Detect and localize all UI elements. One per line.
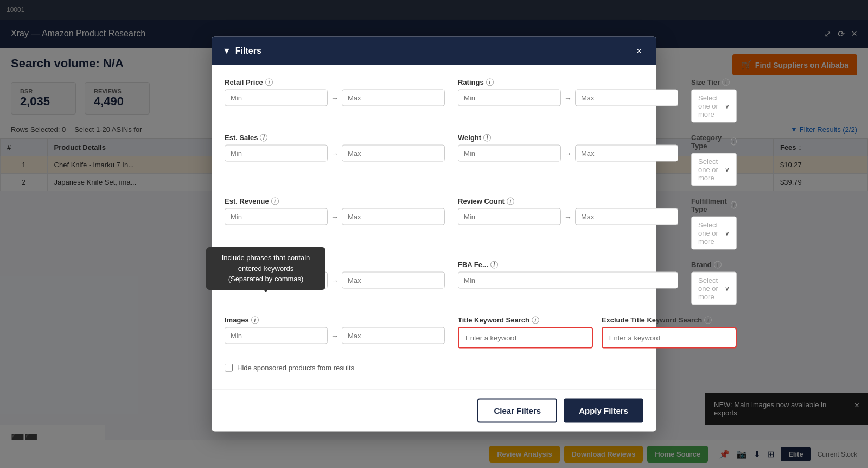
images-max-input[interactable]: [342, 327, 445, 344]
est-revenue-min-input[interactable]: [225, 208, 328, 225]
exclude-keyword-help-icon[interactable]: i: [704, 316, 712, 324]
fba-fees-help-icon[interactable]: i: [490, 261, 498, 268]
brand-label: Brand i: [691, 261, 737, 269]
size-tier-text: Size Tier: [691, 78, 720, 86]
est-revenue-filter: Est. Revenue i →: [225, 197, 445, 250]
keyword-section: Title Keyword Search i Exclude Title Key…: [458, 316, 737, 349]
chevron-down-icon: ∨: [725, 229, 730, 237]
review-count-help-icon[interactable]: i: [507, 197, 514, 205]
exclude-keyword-input-wrapper: [602, 327, 737, 349]
est-revenue-help-icon[interactable]: i: [271, 197, 279, 205]
arrow-icon: →: [331, 276, 339, 284]
ratings-max-input[interactable]: [575, 90, 678, 106]
modal-title-text: Filters: [235, 46, 261, 56]
retail-price-label: Retail Price i: [225, 78, 445, 86]
chevron-down-icon: ∨: [725, 284, 730, 292]
fba-fees-text: FBA Fe...: [458, 261, 488, 269]
images-inputs: →: [225, 327, 445, 344]
weight-inputs: →: [458, 145, 678, 162]
active-sellers-max-input[interactable]: [342, 272, 445, 289]
arrow-icon: →: [331, 212, 339, 221]
est-revenue-max-input[interactable]: [342, 208, 445, 225]
retail-price-min-input[interactable]: [225, 90, 328, 106]
category-type-label: Category Type i: [691, 134, 737, 150]
brand-filter: Brand i Select one or more ∨: [691, 261, 737, 305]
est-sales-text: Est. Sales: [225, 134, 258, 142]
clear-filters-button[interactable]: Clear Filters: [477, 399, 557, 423]
size-tier-dropdown[interactable]: Select one or more ∨: [691, 90, 737, 123]
fulfillment-type-placeholder: Select one or more: [698, 221, 725, 245]
tooltip-text: Include phrases that contain entered key…: [222, 254, 310, 283]
retail-price-max-input[interactable]: [342, 90, 445, 106]
images-filter: Images i →: [225, 316, 445, 349]
review-count-inputs: →: [458, 208, 678, 225]
retail-price-help-icon[interactable]: i: [265, 78, 273, 86]
brand-text: Brand: [691, 261, 712, 269]
modal-header: ▼ Filters ×: [212, 37, 656, 65]
ratings-label: Ratings i: [458, 78, 678, 86]
title-keyword-help-icon[interactable]: i: [532, 316, 539, 324]
brand-dropdown[interactable]: Select one or more ∨: [691, 272, 737, 305]
weight-max-input[interactable]: [575, 145, 678, 162]
category-type-dropdown[interactable]: Select one or more ∨: [691, 153, 737, 186]
ratings-min-input[interactable]: [458, 90, 561, 106]
retail-price-text: Retail Price: [225, 78, 263, 86]
review-count-filter: Review Count i →: [458, 197, 678, 250]
size-tier-placeholder: Select one or more: [698, 94, 725, 118]
exclude-keyword-text: Exclude Title Keyword Search: [602, 316, 702, 324]
category-type-help-icon[interactable]: i: [731, 138, 737, 146]
filter-grid-row1: Retail Price i → Ratings i →: [225, 78, 643, 349]
apply-filters-button[interactable]: Apply Filters: [564, 399, 643, 423]
ratings-text: Ratings: [458, 78, 484, 86]
images-help-icon[interactable]: i: [251, 316, 259, 324]
review-count-text: Review Count: [458, 197, 505, 205]
fba-fees-label: FBA Fe... i: [458, 261, 678, 269]
title-keyword-text: Title Keyword Search: [458, 316, 529, 324]
arrow-icon: →: [564, 149, 572, 157]
fulfillment-type-filter: Fulfillment Type i Select one or more ∨: [691, 197, 737, 250]
modal-title: ▼ Filters: [222, 46, 261, 56]
hide-sponsored-checkbox[interactable]: [225, 364, 233, 372]
brand-help-icon[interactable]: i: [714, 261, 722, 268]
fba-fees-min-input[interactable]: [458, 272, 678, 289]
filter-funnel-icon: ▼: [222, 46, 231, 56]
est-revenue-label: Est. Revenue i: [225, 197, 445, 205]
review-count-max-input[interactable]: [575, 208, 678, 225]
est-sales-help-icon[interactable]: i: [260, 134, 267, 141]
review-count-label: Review Count i: [458, 197, 678, 205]
fba-fees-inputs: [458, 272, 678, 289]
images-label: Images i: [225, 316, 445, 324]
retail-price-filter: Retail Price i →: [225, 78, 445, 123]
arrow-icon: →: [564, 93, 572, 102]
fulfillment-type-help-icon[interactable]: i: [731, 201, 736, 209]
title-keyword-input[interactable]: [459, 328, 592, 347]
chevron-down-icon: ∨: [725, 102, 730, 110]
fulfillment-type-dropdown[interactable]: Select one or more ∨: [691, 217, 737, 250]
est-sales-label: Est. Sales i: [225, 134, 445, 142]
weight-min-input[interactable]: [458, 145, 561, 162]
review-count-min-input[interactable]: [458, 208, 561, 225]
size-tier-filter: Size Tier i Select one or more ∨: [691, 78, 737, 123]
fba-fees-filter: FBA Fe... i: [458, 261, 678, 305]
est-sales-max-input[interactable]: [342, 145, 445, 162]
images-text: Images: [225, 316, 249, 324]
exclude-keyword-input[interactable]: [603, 328, 736, 347]
filters-modal: ▼ Filters × Retail Price i →: [212, 37, 656, 432]
title-keyword-label: Title Keyword Search i: [458, 316, 593, 324]
est-sales-filter: Est. Sales i →: [225, 134, 445, 186]
brand-placeholder: Select one or more: [698, 276, 725, 301]
category-type-text: Category Type: [691, 134, 729, 150]
modal-close-button[interactable]: ×: [633, 45, 646, 58]
size-tier-help-icon[interactable]: i: [722, 78, 730, 86]
ratings-filter: Ratings i →: [458, 78, 678, 123]
est-revenue-text: Est. Revenue: [225, 197, 269, 205]
ratings-help-icon[interactable]: i: [486, 78, 494, 86]
retail-price-inputs: →: [225, 90, 445, 106]
category-type-filter: Category Type i Select one or more ∨: [691, 134, 737, 186]
images-min-input[interactable]: [225, 327, 328, 344]
weight-label: Weight i: [458, 134, 678, 142]
est-sales-min-input[interactable]: [225, 145, 328, 162]
weight-help-icon[interactable]: i: [483, 134, 491, 141]
keyword-tooltip: Include phrases that contain entered key…: [206, 247, 326, 290]
title-keyword-group: Title Keyword Search i: [458, 316, 593, 349]
